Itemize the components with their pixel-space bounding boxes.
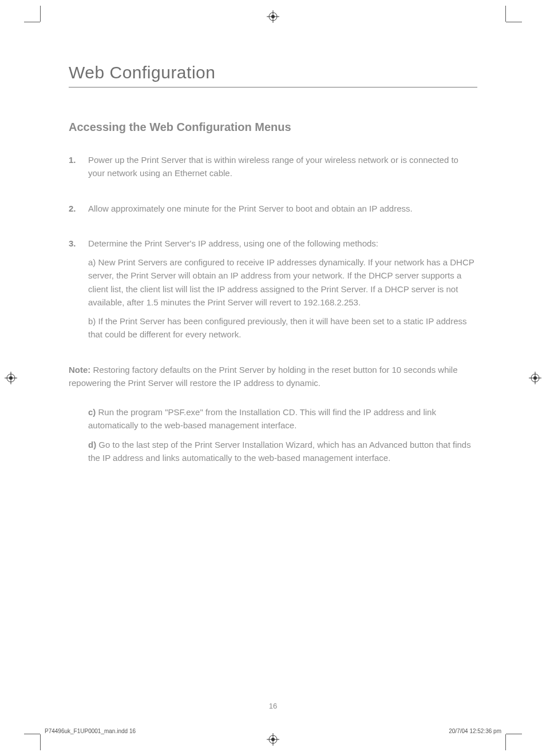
step-number: 2.: [69, 202, 88, 221]
crop-mark: [505, 6, 506, 22]
step-number: 3.: [69, 237, 88, 347]
page-title: Web Configuration: [69, 63, 477, 87]
crop-mark: [24, 734, 40, 734]
footer-timestamp: 20/7/04 12:52:36 pm: [449, 728, 501, 734]
step-text: a) New Print Servers are configured to r…: [88, 256, 477, 309]
subitem-text: Go to the last step of the Print Server …: [88, 440, 471, 463]
footer-filename: P74496uk_F1UP0001_man.indd 16: [45, 728, 136, 734]
step-body: Power up the Print Server that is within…: [88, 153, 477, 186]
step-text: Allow approximately one minute for the P…: [88, 202, 477, 215]
footer: P74496uk_F1UP0001_man.indd 16 20/7/04 12…: [45, 728, 501, 734]
sub-items: c) Run the program "PSF.exe" from the In…: [88, 405, 477, 464]
registration-mark-icon: [267, 733, 279, 746]
svg-point-11: [9, 376, 13, 380]
subitem-d: d) Go to the last step of the Print Serv…: [88, 438, 477, 465]
step-text: b) If the Print Server has been configur…: [88, 315, 477, 341]
step-3: 3. Determine the Print Server's IP addre…: [69, 237, 477, 347]
note-paragraph: Note: Restoring factory defaults on the …: [69, 363, 477, 390]
registration-mark-icon: [529, 372, 541, 384]
section-heading: Accessing the Web Configuration Menus: [69, 121, 477, 134]
page-content: Web Configuration Accessing the Web Conf…: [69, 63, 477, 470]
svg-point-7: [271, 738, 275, 741]
svg-point-15: [533, 376, 537, 380]
step-2: 2. Allow approximately one minute for th…: [69, 202, 477, 221]
registration-mark-icon: [267, 10, 279, 23]
step-body: Allow approximately one minute for the P…: [88, 202, 477, 221]
crop-mark: [506, 734, 522, 734]
crop-mark: [24, 22, 40, 22]
step-text: Determine the Print Server's IP address,…: [88, 237, 477, 250]
step-1: 1. Power up the Print Server that is wit…: [69, 153, 477, 186]
crop-mark: [40, 6, 41, 22]
registration-mark-icon: [5, 372, 17, 384]
page-number: 16: [0, 702, 546, 710]
step-text: Power up the Print Server that is within…: [88, 153, 477, 180]
subitem-letter: d): [88, 440, 96, 449]
subitem-c: c) Run the program "PSF.exe" from the In…: [88, 405, 477, 432]
svg-point-3: [271, 15, 275, 18]
note-label: Note:: [69, 365, 90, 375]
subitem-letter: c): [88, 407, 96, 417]
note-text: Restoring factory defaults on the Print …: [69, 365, 458, 388]
crop-mark: [506, 22, 522, 22]
step-number: 1.: [69, 153, 88, 186]
step-body: Determine the Print Server's IP address,…: [88, 237, 477, 347]
subitem-text: Run the program "PSF.exe" from the Insta…: [88, 407, 436, 430]
crop-mark: [505, 734, 506, 750]
crop-mark: [40, 734, 41, 750]
